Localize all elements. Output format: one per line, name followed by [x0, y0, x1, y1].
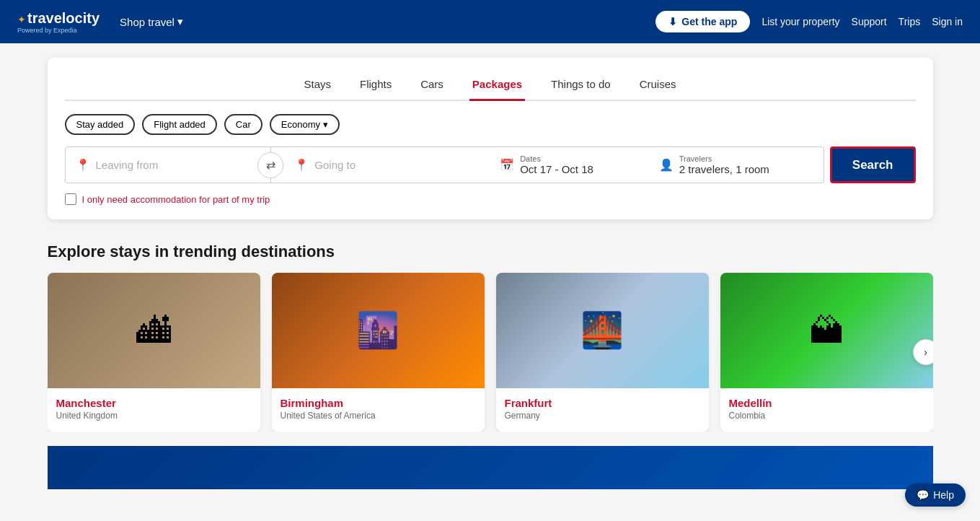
search-card: Stays Flights Cars Packages Things to do…: [48, 58, 933, 219]
accommodation-checkbox[interactable]: [65, 193, 76, 205]
travelers-value: 2 travelers, 1 room: [679, 163, 813, 175]
going-to-placeholder: Going to: [314, 159, 480, 171]
chip-economy[interactable]: Economy ▾: [270, 114, 340, 135]
help-label: Help: [933, 489, 954, 501]
chat-icon: 💬: [917, 489, 929, 501]
destination-card-frankfurt[interactable]: 🌉 Frankfurt Germany: [496, 273, 709, 432]
swap-icon: ⇄: [266, 158, 275, 172]
logo-star-icon: ✦: [17, 14, 26, 25]
tab-cars[interactable]: Cars: [418, 72, 446, 101]
tab-packages[interactable]: Packages: [469, 72, 525, 101]
tabs: Stays Flights Cars Packages Things to do…: [65, 72, 916, 101]
tab-cruises[interactable]: Cruises: [637, 72, 679, 101]
trending-section: Explore stays in trending destinations 🏙…: [48, 242, 933, 432]
header: ✦travelocity Powered by Expedia Shop tra…: [0, 0, 980, 43]
swap-button[interactable]: ⇄: [257, 152, 283, 178]
accommodation-label: I only need accommodation for part of my…: [82, 194, 270, 205]
logo-powered-text: Powered by Expedia: [17, 27, 77, 34]
accommodation-checkbox-row: I only need accommodation for part of my…: [65, 193, 916, 205]
help-button[interactable]: 💬 Help: [905, 483, 966, 504]
sign-in-button[interactable]: Sign in: [932, 16, 963, 27]
destination-name-medellin: Medellín: [729, 397, 924, 409]
leaving-from-field[interactable]: 📍 Leaving from ⇄: [65, 146, 272, 183]
destination-name-frankfurt: Frankfurt: [505, 397, 700, 409]
logo-name: ✦travelocity: [17, 10, 100, 27]
shop-travel-button[interactable]: Shop travel ▾: [120, 15, 183, 28]
destinations-row: 🏙 Manchester United Kingdom 🌆 Birmingham…: [48, 273, 933, 432]
download-icon: ⬇: [668, 16, 677, 27]
chip-car[interactable]: Car: [224, 114, 262, 135]
destination-image-frankfurt: 🌉: [496, 273, 709, 388]
tab-flights[interactable]: Flights: [357, 72, 394, 101]
carousel-next-button[interactable]: ›: [913, 339, 933, 365]
travelers-field[interactable]: 👤 Travelers 2 travelers, 1 room: [649, 146, 824, 183]
destination-country-birmingham: United States of America: [281, 411, 476, 421]
destination-image-manchester: 🏙: [48, 273, 260, 388]
trips-button[interactable]: Trips: [899, 16, 921, 27]
chip-flight[interactable]: Flight added: [142, 114, 217, 135]
support-button[interactable]: Support: [852, 16, 887, 27]
dates-field[interactable]: 📅 Dates Oct 17 - Oct 18: [490, 146, 649, 183]
dates-label: Dates: [520, 154, 639, 163]
search-button[interactable]: Search: [830, 146, 916, 183]
person-icon: 👤: [659, 158, 674, 172]
destination-country-frankfurt: Germany: [505, 411, 700, 421]
destination-name-birmingham: Birmingham: [281, 397, 476, 409]
shop-travel-label: Shop travel: [120, 16, 175, 28]
get-app-label: Get the app: [681, 16, 737, 27]
destination-country-medellin: Colombia: [729, 411, 924, 421]
dates-value: Oct 17 - Oct 18: [520, 163, 639, 175]
filter-chips: Stay added Flight added Car Economy ▾: [65, 114, 916, 135]
chevron-down-icon: ▾: [177, 15, 183, 28]
chevron-down-icon: ▾: [323, 119, 328, 130]
section-title: Explore stays in trending destinations: [48, 242, 933, 261]
chip-stay[interactable]: Stay added: [65, 114, 136, 135]
travelers-label: Travelers: [679, 154, 813, 163]
destination-image-medellin: 🏔: [720, 273, 933, 388]
destination-image-birmingham: 🌆: [272, 273, 485, 388]
list-property-label: List your property: [762, 16, 839, 27]
main-content: Stays Flights Cars Packages Things to do…: [36, 43, 945, 504]
destination-name-manchester: Manchester: [56, 397, 252, 409]
logo: ✦travelocity Powered by Expedia: [17, 10, 100, 34]
going-to-field[interactable]: 📍 Going to: [271, 146, 490, 183]
leaving-from-placeholder: Leaving from: [96, 159, 261, 171]
tab-things-to-do[interactable]: Things to do: [548, 72, 614, 101]
calendar-icon: 📅: [500, 158, 514, 172]
chevron-right-icon: ›: [924, 346, 927, 358]
list-property-button[interactable]: List your property: [762, 16, 839, 27]
destination-card-birmingham[interactable]: 🌆 Birmingham United States of America: [272, 273, 485, 432]
sign-in-label: Sign in: [932, 16, 963, 27]
trips-label: Trips: [899, 16, 921, 27]
support-label: Support: [852, 16, 887, 27]
tab-stays[interactable]: Stays: [301, 72, 334, 101]
location-icon: 📍: [76, 158, 90, 172]
get-app-button[interactable]: ⬇ Get the app: [655, 11, 750, 32]
destination-icon: 📍: [294, 158, 309, 172]
search-row: 📍 Leaving from ⇄ 📍 Going to 📅 Date: [65, 146, 916, 183]
bottom-banner: [48, 446, 933, 489]
destination-card-manchester[interactable]: 🏙 Manchester United Kingdom: [48, 273, 260, 432]
destination-country-manchester: United Kingdom: [56, 411, 252, 421]
destination-card-medellin[interactable]: 🏔 Medellín Colombia: [720, 273, 933, 432]
